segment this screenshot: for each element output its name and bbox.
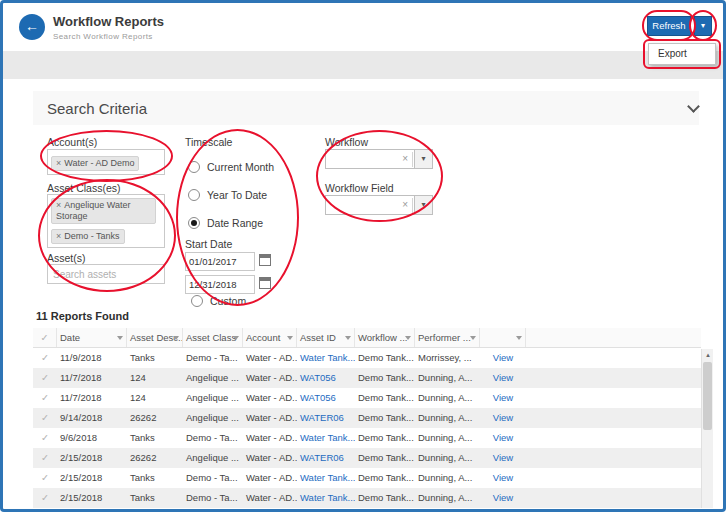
header-workflow[interactable]: Workflow ... [355, 328, 415, 347]
cell-asset-class: Demo - Ta... [183, 348, 243, 368]
table-row[interactable]: ✓2/15/201826262Angelique ...Water - AD..… [33, 448, 701, 468]
cell-asset-class: Demo - Ta... [183, 428, 243, 448]
menu-item-export[interactable]: Export [649, 44, 715, 64]
cell-asset-desc: 26262 [127, 448, 183, 468]
table-row[interactable]: ✓11/9/2018TanksDemo - Ta...Water - AD...… [33, 348, 701, 368]
row-filler [526, 388, 701, 408]
cell-performer: Dunning, A... [415, 448, 480, 468]
scrollbar-thumb[interactable] [703, 362, 712, 430]
asset-id-link[interactable]: Water Tank... [297, 468, 355, 488]
workflow-field-select[interactable]: × ▾ [325, 195, 433, 215]
row-check-icon[interactable]: ✓ [33, 368, 57, 388]
view-link[interactable]: View [480, 408, 526, 428]
row-check-icon[interactable]: ✓ [33, 428, 57, 448]
row-check-icon[interactable]: ✓ [33, 348, 57, 368]
view-link[interactable]: View [480, 468, 526, 488]
export-menu: Export [648, 43, 716, 65]
view-link[interactable]: View [480, 488, 526, 508]
view-link[interactable]: View [480, 348, 526, 368]
remove-tag-icon[interactable]: × [56, 231, 61, 241]
header-asset-id[interactable]: Asset ID [297, 328, 355, 347]
table-row[interactable]: ✓11/7/2018124Angelique ...Water - AD...W… [33, 368, 701, 388]
radio-icon [191, 295, 203, 307]
view-link[interactable]: View [480, 388, 526, 408]
header-asset-class[interactable]: Asset Class [183, 328, 243, 347]
cell-performer: Dunning, A... [415, 368, 480, 388]
start-date-input[interactable] [185, 252, 255, 271]
cell-date: 2/15/2018 [57, 468, 127, 488]
row-check-icon[interactable]: ✓ [33, 468, 57, 488]
row-check-icon[interactable]: ✓ [33, 488, 57, 508]
row-filler [526, 408, 701, 428]
page-title: Workflow Reports [53, 14, 164, 29]
back-button[interactable]: ← [19, 14, 45, 40]
header-performer[interactable]: Performer ... [415, 328, 480, 347]
header-account[interactable]: Account [243, 328, 297, 347]
workflow-select[interactable]: × ▾ [325, 149, 433, 169]
cell-date: 2/15/2018 [57, 488, 127, 508]
radio-custom[interactable]: Custom [191, 291, 246, 305]
cell-asset-class: Angelique ... [183, 368, 243, 388]
table-row[interactable]: ✓11/7/2018124Angelique ...Water - AD...W… [33, 388, 701, 408]
refresh-dropdown-button[interactable]: ▾ [694, 16, 712, 36]
timescale-label: Timescale [185, 136, 232, 148]
cell-performer: Morrissey, ... [415, 348, 480, 368]
view-link[interactable]: View [480, 448, 526, 468]
row-check-icon[interactable]: ✓ [33, 388, 57, 408]
asset-id-link[interactable]: WAT056 [297, 368, 355, 388]
cell-workflow: Demo Tank... [355, 468, 415, 488]
table-row[interactable]: ✓2/15/2018TanksDemo - Ta...Water - AD...… [33, 488, 701, 508]
cell-account: Water - AD... [243, 408, 297, 428]
radio-icon [188, 161, 200, 173]
asset-id-link[interactable]: WATER06 [297, 408, 355, 428]
clear-icon[interactable]: × [402, 153, 408, 164]
asset-class-tag: ×Demo - Tanks [51, 229, 125, 244]
radio-date-range[interactable]: Date Range [188, 213, 263, 227]
workflow-reports-window: ← Workflow Reports Search Workflow Repor… [0, 0, 726, 512]
calendar-icon[interactable] [259, 254, 271, 266]
asset-id-link[interactable]: Water Tank... [297, 488, 355, 508]
asset-id-link[interactable]: Water Tank... [297, 428, 355, 448]
assets-search-input[interactable] [47, 264, 165, 284]
table-row[interactable]: ✓9/6/2018TanksDemo - Ta...Water - AD...W… [33, 428, 701, 448]
row-check-icon[interactable]: ✓ [33, 408, 57, 428]
row-check-icon[interactable]: ✓ [33, 448, 57, 468]
dropdown-button[interactable]: ▾ [414, 196, 432, 214]
radio-year-to-date[interactable]: Year To Date [188, 185, 267, 199]
cell-account: Water - AD... [243, 428, 297, 448]
asset-id-link[interactable]: Water Tank... [297, 348, 355, 368]
sort-caret-icon [345, 336, 351, 340]
cell-asset-desc: Tanks [127, 348, 183, 368]
scroll-up-icon[interactable]: ▴ [702, 349, 714, 360]
header-check-icon[interactable]: ✓ [33, 328, 57, 347]
cell-account: Water - AD... [243, 368, 297, 388]
sort-caret-icon [117, 336, 123, 340]
table-scrollbar[interactable]: ▴ [701, 349, 713, 508]
header-asset-desc[interactable]: Asset Desc... [127, 328, 183, 347]
start-date-label: Start Date [185, 238, 232, 250]
remove-tag-icon[interactable]: × [56, 200, 61, 210]
clear-icon[interactable]: × [402, 199, 408, 210]
header-filler [526, 328, 701, 347]
calendar-icon[interactable] [259, 277, 271, 289]
header-actions[interactable] [480, 328, 526, 347]
cell-performer: Dunning, A... [415, 488, 480, 508]
view-link[interactable]: View [480, 428, 526, 448]
cell-account: Water - AD... [243, 488, 297, 508]
asset-id-link[interactable]: WATER06 [297, 448, 355, 468]
radio-current-month[interactable]: Current Month [188, 157, 274, 171]
remove-tag-icon[interactable]: × [56, 158, 61, 168]
header-date[interactable]: Date [57, 328, 127, 347]
asset-classes-tagbox[interactable]: ×Angelique Water Storage ×Demo - Tanks [47, 194, 165, 248]
view-link[interactable]: View [480, 368, 526, 388]
cell-workflow: Demo Tank... [355, 368, 415, 388]
table-row[interactable]: ✓9/14/201826262Angelique ...Water - AD..… [33, 408, 701, 428]
refresh-button[interactable]: Refresh [647, 16, 691, 36]
cell-workflow: Demo Tank... [355, 448, 415, 468]
dropdown-button[interactable]: ▾ [414, 150, 432, 168]
table-body: ✓11/9/2018TanksDemo - Ta...Water - AD...… [33, 348, 701, 508]
page-subtitle: Search Workflow Reports [53, 32, 153, 41]
asset-id-link[interactable]: WAT056 [297, 388, 355, 408]
accounts-tagbox[interactable]: ×Water - AD Demo [47, 149, 165, 175]
table-row[interactable]: ✓2/15/2018TanksDemo - Ta...Water - AD...… [33, 468, 701, 488]
